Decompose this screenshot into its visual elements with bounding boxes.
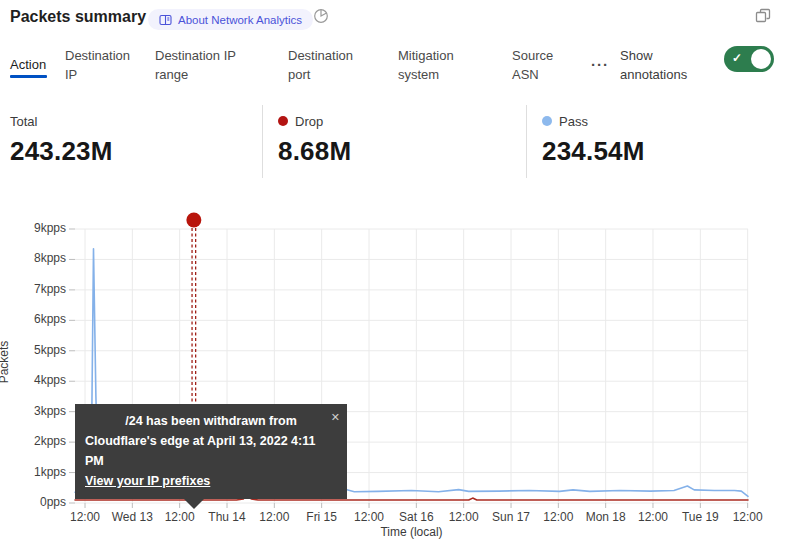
stat-value: 243.23M [10,136,113,167]
pie-chart-icon[interactable] [313,8,329,28]
stat-value: 8.68M [278,136,351,167]
y-tick-label: 2kpps [0,434,66,448]
stat-value: 234.54M [542,136,645,167]
more-tabs-ellipsis-icon[interactable]: ··· [591,56,609,73]
page-title: Packets summary [10,8,146,26]
y-tick-label: 9kpps [0,221,66,235]
check-icon: ✓ [732,51,742,65]
y-tick-label: 7kpps [0,282,66,296]
chart-canvas [0,195,785,555]
tab-mitigation-system[interactable]: Mitigation system [398,46,478,84]
about-network-analytics-badge[interactable]: About Network Analytics [148,9,313,30]
y-tick-label: 5kpps [0,343,66,357]
open-in-new-window-icon[interactable] [755,8,771,28]
badge-label: About Network Analytics [178,14,302,26]
packets-time-series-chart: Packets 9kpps8kpps7kpps6kpps5kpps4kpps3k… [0,195,785,555]
tab-destination-ip[interactable]: Destination IP [65,46,137,84]
stat-label: Total [10,114,37,129]
annotation-tooltip: ✕ /24 has been withdrawn from Cloudflare… [75,404,347,499]
stat-label: Pass [559,114,588,129]
summary-stats: Total 243.23M Drop 8.68M Pass 234.54M [0,105,785,180]
y-tick-label: 8kpps [0,251,66,265]
y-tick-label: 4kpps [0,373,66,387]
divider [526,105,527,178]
x-axis-title: Time (local) [75,525,748,539]
tab-source-asn[interactable]: Source ASN [512,46,572,84]
book-icon [159,14,172,26]
y-tick-label: 0pps [0,495,66,509]
tab-destination-port[interactable]: Destination port [288,46,370,84]
pass-legend-dot [542,116,552,126]
tab-action[interactable]: Action [10,55,46,74]
divider [262,105,263,178]
view-ip-prefixes-link[interactable]: View your IP prefixes [85,474,210,488]
dimension-tab-bar: Action Destination IP Destination IP ran… [0,44,785,96]
active-tab-underline [10,75,47,78]
tooltip-caret [184,499,204,509]
toggle-knob [751,49,771,69]
stat-label: Drop [295,114,323,129]
y-tick-label: 6kpps [0,312,66,326]
y-tick-label: 1kpps [0,465,66,479]
drop-legend-dot [278,116,288,126]
annotation-marker-dot[interactable] [186,213,201,228]
stat-total[interactable]: Total 243.23M [10,105,113,167]
stat-drop[interactable]: Drop 8.68M [278,105,351,167]
show-annotations-toggle[interactable]: ✓ [724,46,774,72]
stat-pass[interactable]: Pass 234.54M [542,105,645,167]
close-icon[interactable]: ✕ [331,407,340,427]
show-annotations-label: Show annotations [620,46,712,84]
x-tick-label: 12:00 [718,510,778,524]
tab-destination-ip-range[interactable]: Destination IP range [155,46,250,84]
tooltip-line2: Cloudflare's edge at April 13, 2022 4:11… [85,431,337,471]
y-tick-label: 3kpps [0,404,66,418]
tooltip-line1: /24 has been withdrawn from [85,411,337,431]
